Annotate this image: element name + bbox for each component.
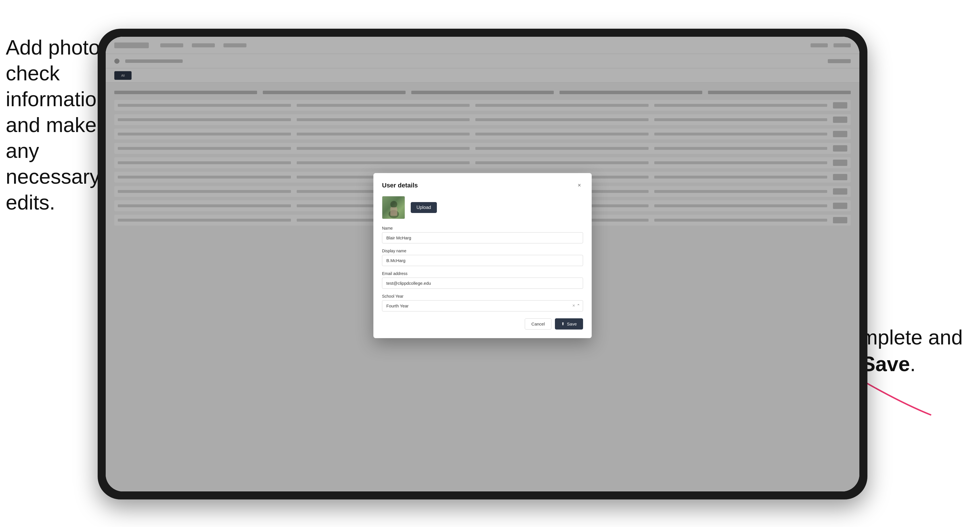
photo-section: Upload [382, 196, 583, 219]
display-name-label: Display name [382, 249, 583, 253]
email-label: Email address [382, 271, 583, 276]
display-name-field-group: Display name [382, 249, 583, 266]
display-name-input[interactable] [382, 255, 583, 266]
tablet-frame: All [98, 29, 867, 500]
profile-photo-thumbnail [382, 196, 405, 219]
modal-close-button[interactable]: × [576, 182, 583, 189]
school-year-field-group: School Year First Year Second Year Third… [382, 294, 583, 311]
upload-photo-button[interactable]: Upload [411, 202, 437, 213]
save-button[interactable]: ⬆ Save [555, 318, 583, 330]
modal-footer: Cancel ⬆ Save [382, 318, 583, 330]
email-input[interactable] [382, 278, 583, 289]
modal-title: User details [382, 182, 418, 189]
modal-header: User details × [382, 182, 583, 189]
email-field-group: Email address [382, 271, 583, 289]
save-icon: ⬆ [561, 321, 565, 326]
profile-photo-image [382, 196, 405, 219]
person-photo-svg [382, 196, 405, 219]
svg-point-2 [390, 201, 397, 208]
chevron-icon: ⌃ [577, 303, 580, 308]
name-input[interactable] [382, 232, 583, 243]
school-year-label: School Year [382, 294, 583, 298]
school-year-select-wrapper: First Year Second Year Third Year Fourth… [382, 300, 583, 311]
select-icons: × ⌃ [573, 303, 580, 308]
cancel-button[interactable]: Cancel [525, 318, 552, 330]
user-details-modal: User details × [373, 173, 592, 338]
tablet-screen: All [106, 37, 859, 491]
svg-rect-4 [390, 207, 397, 216]
name-field-group: Name [382, 226, 583, 243]
select-clear-icon[interactable]: × [573, 303, 575, 308]
app-background: All [106, 37, 859, 491]
modal-overlay: User details × [106, 37, 859, 491]
name-label: Name [382, 226, 583, 230]
save-button-label: Save [567, 321, 577, 326]
school-year-select[interactable]: First Year Second Year Third Year Fourth… [382, 300, 583, 311]
